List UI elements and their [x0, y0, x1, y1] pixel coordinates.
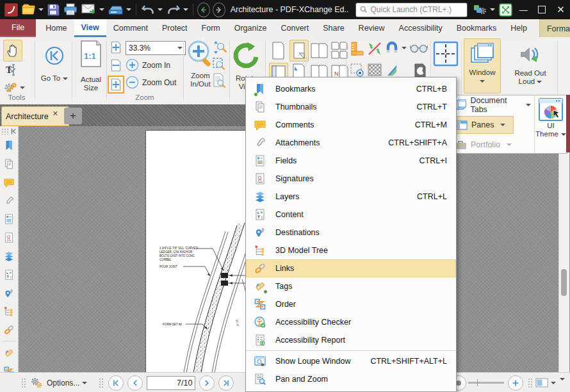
sidebar-content-button[interactable] [0, 265, 18, 284]
continuous-layout-button[interactable] [289, 40, 309, 61]
menu-item-layers[interactable]: LayersCTRL+L [246, 188, 456, 206]
close-button[interactable]: ✕ [551, 0, 570, 19]
email-button[interactable] [79, 1, 106, 18]
settings-dropdown[interactable] [490, 8, 495, 11]
zoom-level-combo[interactable]: 33.3% [126, 41, 186, 55]
undo-dropdown[interactable] [158, 8, 163, 11]
menu-item-pan-and-zoom[interactable]: Pan and Zoom [246, 370, 456, 388]
tab-format[interactable]: Format [539, 19, 570, 37]
tab-protect[interactable]: Protect [155, 19, 195, 37]
fit-page-button[interactable] [109, 40, 123, 55]
menu-item-accessibility-report[interactable]: Accessibility Report [246, 331, 456, 349]
page-magnifier-button[interactable] [211, 73, 227, 88]
read-out-loud-button[interactable]: Read Out Loud [507, 38, 553, 96]
reading-glasses-button[interactable] [410, 42, 428, 54]
layout-dropdown[interactable] [551, 382, 556, 384]
go-to-button[interactable]: Go To [38, 40, 70, 100]
minimize-button[interactable]: — [514, 0, 533, 19]
sidebar-collapse-icon[interactable] [10, 128, 17, 135]
menu-item-partial[interactable] [246, 388, 456, 392]
zoom-slider-track[interactable] [468, 382, 504, 384]
print-button[interactable] [61, 1, 79, 18]
magnet-snap-button[interactable] [385, 41, 407, 55]
new-tab-button[interactable]: + [64, 108, 82, 124]
next-page-button[interactable] [199, 375, 215, 391]
undo-button[interactable] [139, 1, 165, 18]
maximize-button[interactable] [533, 0, 551, 19]
save-button[interactable] [45, 1, 61, 18]
dynamic-zoom-button[interactable] [211, 40, 227, 55]
tab-help[interactable]: Help [503, 19, 534, 37]
tab-convert[interactable]: Convert [273, 19, 316, 37]
sidebar-3d-model-tree-button[interactable] [0, 302, 18, 321]
ruler-button[interactable] [350, 41, 365, 56]
sidebar-destinations-button[interactable] [0, 284, 18, 302]
select-visible-button[interactable] [350, 63, 365, 78]
transparency-grid-button[interactable] [367, 63, 382, 77]
menu-item-accessibility-checker[interactable]: Accessibility Checker [246, 313, 456, 331]
other-tools-button[interactable] [3, 81, 25, 95]
tab-file[interactable]: File [0, 19, 36, 37]
statusbar-grip[interactable] [528, 378, 533, 388]
panes-button[interactable]: Panes [451, 116, 514, 134]
page-layout-toggle-button[interactable] [535, 378, 556, 388]
fit-visible-button[interactable] [108, 76, 124, 94]
forward-button[interactable] [213, 3, 225, 17]
vertical-scrollbar[interactable] [558, 126, 569, 372]
window-button[interactable]: Window [464, 38, 501, 94]
back-button[interactable] [197, 3, 210, 17]
sidebar-fields-button[interactable] [0, 210, 18, 229]
menu-item-tags[interactable]: Tags [246, 277, 456, 295]
vertical-scrollbar-thumb[interactable] [561, 269, 567, 296]
menu-item-thumbnails[interactable]: ThumbnailsCTRL+T [246, 98, 456, 116]
fit-width-button[interactable] [109, 58, 123, 73]
menu-item-content[interactable]: Content [246, 206, 456, 224]
tab-bookmarks[interactable]: Bookmarks [450, 19, 504, 37]
menu-item-signatures[interactable]: Signatures [246, 170, 456, 188]
tab-comment[interactable]: Comment [106, 19, 155, 37]
zoom-out-button[interactable]: Zoom Out [126, 76, 176, 89]
options-button[interactable]: Options... [47, 379, 87, 388]
tab-home[interactable]: Home [38, 19, 74, 37]
menu-item-comments[interactable]: CommentsCTRL+M [246, 116, 456, 134]
menu-item-bookmarks[interactable]: BookmarksCTRL+B [246, 80, 456, 98]
sidebar-tags-button[interactable] [0, 343, 18, 362]
magnet-dropdown[interactable] [402, 47, 407, 49]
open-file-button[interactable] [20, 1, 45, 18]
statusbar-corner-expand[interactable] [560, 374, 565, 383]
tab-organize[interactable]: Organize [227, 19, 274, 37]
scan-button[interactable] [106, 1, 133, 18]
sidebar-layers-button[interactable] [0, 247, 18, 266]
menu-item-links[interactable]: Links [246, 259, 456, 277]
quick-launch-search[interactable]: Quick Launch (CTRL+.) [355, 3, 468, 17]
tab-review[interactable]: Review [352, 19, 392, 37]
ui-theme-button[interactable]: UI Theme [535, 95, 567, 153]
document-tabs-button[interactable]: Document Tabs [451, 95, 534, 115]
marquee-zoom-button[interactable] [211, 56, 227, 72]
redo-dropdown[interactable] [183, 8, 188, 11]
menu-item-show-loupe-window[interactable]: Show Loupe WindowCTRL+SHIFT+ALT+L [246, 352, 456, 370]
statusbar-grip[interactable] [21, 378, 26, 388]
two-pages-layout-button[interactable] [310, 41, 328, 60]
sidebar-bookmarks-button[interactable] [0, 136, 18, 155]
open-file-dropdown[interactable] [38, 8, 44, 11]
tab-form[interactable]: Form [195, 19, 227, 37]
tab-view[interactable]: View [74, 19, 106, 37]
tab-accessibility[interactable]: Accessibility [392, 19, 450, 37]
single-page-layout-button[interactable] [269, 41, 287, 60]
email-dropdown[interactable] [99, 8, 104, 11]
sidebar-grip[interactable] [1, 128, 9, 135]
tools-dropdown[interactable] [20, 86, 25, 89]
actual-size-button[interactable]: 1:1 Actual Size [74, 40, 108, 100]
tab-share[interactable]: Share [316, 19, 351, 37]
last-page-button[interactable] [218, 375, 234, 391]
settings-button[interactable] [471, 1, 497, 18]
statusbar-grip[interactable] [99, 378, 104, 388]
sidebar-links-button[interactable] [0, 321, 18, 339]
previous-page-button[interactable] [127, 375, 143, 391]
page-number-input[interactable]: 7/10 [147, 376, 195, 390]
first-page-button[interactable] [108, 375, 124, 391]
zoom-in-status-button[interactable] [508, 375, 523, 391]
menu-item-destinations[interactable]: Destinations [246, 224, 456, 241]
menu-item-fields[interactable]: FieldsCTRL+I [246, 152, 456, 170]
